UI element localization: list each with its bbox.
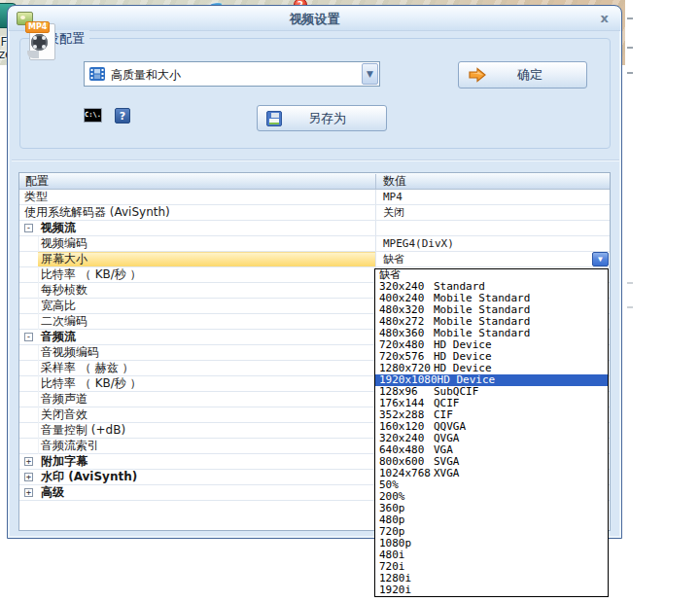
chevron-down-icon[interactable]: ▼ [362,63,378,85]
config-cell[interactable]: -视频流 [19,221,375,235]
column-header-config: 配置 [25,173,49,189]
config-cell[interactable]: 关闭音效 [19,407,375,422]
config-label: 屏幕大小 [41,252,88,266]
save-as-button[interactable]: 另存为 [257,105,387,131]
dropdown-item[interactable]: 480i [375,549,608,561]
config-cell[interactable]: 使用系统解码器 (AviSynth) [19,205,375,220]
table-row[interactable]: -视频流 [19,221,610,236]
config-cell[interactable]: +附加字幕 [19,454,375,469]
resolution: 1920i [379,584,434,596]
row-highlight [38,252,375,266]
dropdown-item[interactable]: 1080p [375,538,608,549]
collapse-icon[interactable]: - [24,224,33,232]
dropdown-item[interactable]: 50% [375,479,608,491]
config-label: 每秒桢数 [41,283,88,298]
config-label: 视频编码 [41,236,88,251]
config-label: 附加字幕 [41,454,88,469]
table-header: 配置 数值 [19,173,610,190]
preset-combobox[interactable]: 高质量和大小 ▼ [84,61,380,87]
config-cell[interactable]: +水印 (AviSynth) [19,470,375,484]
config-label: 比特率 （ KB/秒 ） [41,267,142,282]
config-cell[interactable]: 二次编码 [19,314,375,329]
config-label: 高级 [41,485,64,500]
collapse-icon[interactable]: - [24,333,33,341]
config-label: 宽高比 [41,299,76,313]
config-label: 音频声道 [41,392,88,407]
window-behind-ticks [627,47,633,49]
help-icon[interactable]: ? [115,108,130,124]
config-label: 音量控制 (+dB) [41,423,125,438]
value-text: MPEG4(DivX) [383,237,454,250]
value-text: MP4 [383,191,402,203]
save-as-button-label: 另存为 [282,110,386,127]
config-cell[interactable]: 采样率 （ 赫兹 ） [19,361,375,375]
mp4-tag: MP4 [25,21,50,33]
dropdown-item[interactable]: 1920i [375,584,608,596]
config-cell[interactable]: 音量控制 (+dB) [19,423,375,438]
value-cell[interactable] [376,221,610,235]
config-cell[interactable]: 比特率 （ KB/秒 ） [19,267,375,282]
config-cell[interactable]: -音频流 [19,330,375,344]
window-behind-ticks [627,72,633,74]
expand-icon[interactable]: + [24,473,33,481]
preset-groupbox: 预设配置 [19,38,611,149]
config-label: 使用系统解码器 (AviSynth) [24,205,170,220]
separator [12,159,619,161]
value-cell[interactable]: MPEG4(DivX) [376,236,610,251]
dropdown-item[interactable]: 360p [375,503,608,514]
dialog-title: 视频设置 [9,7,620,31]
config-label: 比特率 （ KB/秒 ） [41,376,142,391]
config-label: 音频流 [41,330,76,344]
table-row[interactable]: 使用系统解码器 (AviSynth)关闭 [19,205,610,221]
value-text: 关闭 [383,206,404,219]
config-cell[interactable]: 每秒桢数 [19,283,375,298]
config-label: 水印 (AviSynth) [41,470,137,484]
table-row[interactable]: 类型MP4 [19,190,610,205]
table-row[interactable]: 视频编码MPEG4(DivX) [19,236,610,252]
config-cell[interactable]: 类型 [19,190,375,204]
chevron-down-icon[interactable]: ▼ [592,252,609,266]
value-cell[interactable]: MP4 [376,190,610,204]
mp4-file-icon: MP4 [25,21,58,62]
window-behind [625,0,700,602]
window-behind-ticks [627,18,633,19]
preset-combobox-value: 高质量和大小 [111,67,181,84]
ok-button[interactable]: 确定 [458,61,587,89]
config-cell[interactable]: 视频编码 [19,236,375,251]
window-behind-ticks [627,306,633,308]
config-label: 采样率 （ 赫兹 ） [41,361,133,375]
screen-size-dropdown-list: 缺省320x240Standard400x240Mobile Standard4… [374,268,609,597]
title-bar[interactable]: 视频设置 x [9,7,620,31]
expand-icon[interactable]: + [24,488,33,497]
config-label: 关闭音效 [41,407,88,422]
config-cell[interactable]: 宽高比 [19,299,375,313]
dropdown-item[interactable]: 480p [375,514,608,526]
value-cell[interactable]: 关闭 [376,205,610,220]
dropdown-item[interactable]: 1024x768XVGA [375,468,608,479]
table-row[interactable]: 屏幕大小缺省▼ [19,252,610,267]
film-icon [89,67,105,81]
config-cell[interactable]: 屏幕大小 [19,252,375,266]
window-behind-ticks [627,282,633,284]
config-label: 音视频编码 [41,345,99,360]
value-text: 缺省 [383,253,404,266]
console-icon[interactable]: C:\. [84,108,102,123]
floppy-icon [266,111,282,126]
config-cell[interactable]: 音频流索引 [19,439,375,453]
config-cell[interactable]: 音频声道 [19,392,375,407]
config-cell[interactable]: 比特率 （ KB/秒 ） [19,376,375,391]
config-label: 类型 [24,190,48,204]
ok-button-label: 确定 [487,66,586,84]
config-label: 视频流 [41,221,76,235]
ok-arrow-icon [468,67,487,83]
value-cell[interactable]: 缺省▼ [376,252,610,266]
expand-icon[interactable]: + [24,457,33,466]
config-cell[interactable]: +高级 [19,485,375,500]
column-header-value: 数值 [383,173,406,189]
config-label: 二次编码 [41,314,88,329]
config-label: 音频流索引 [41,439,99,453]
resolution-name: XVGA [434,467,460,479]
config-cell[interactable]: 音视频编码 [19,345,375,360]
dropdown-item[interactable]: 200% [375,491,608,503]
close-icon[interactable]: x [601,11,609,25]
